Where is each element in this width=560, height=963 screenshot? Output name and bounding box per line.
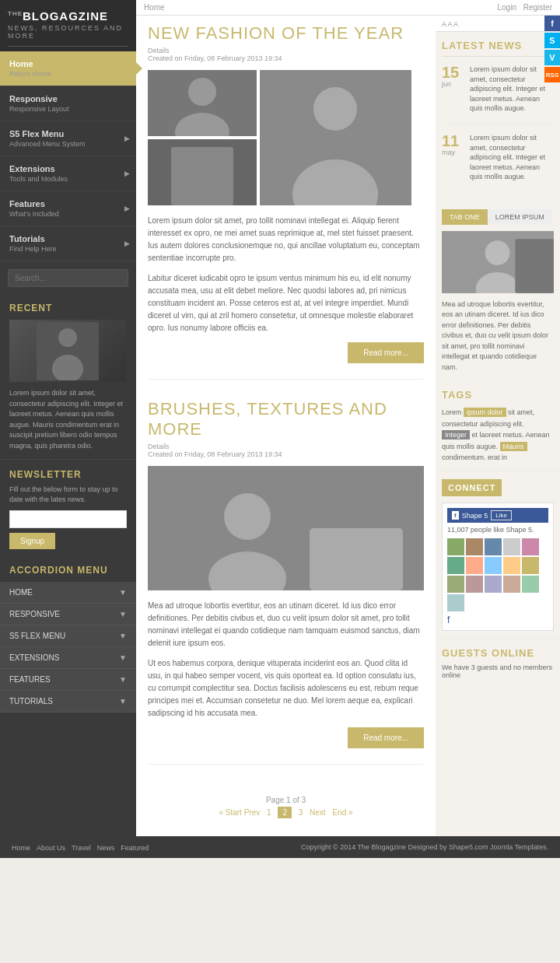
avatar (522, 557, 539, 574)
login-link[interactable]: Login (498, 3, 516, 12)
signup-button[interactable]: Signup (9, 533, 55, 549)
article-img-main (260, 70, 411, 205)
sidebar-nav-item-tutorials[interactable]: TutorialsFind Help Here▶ (0, 226, 136, 261)
avatar (447, 576, 464, 593)
tabs-nav: TAB ONE LOREM IPSUM (442, 209, 554, 225)
sidebar-nav-item-extensions[interactable]: ExtensionsTools and Modules▶ (0, 156, 136, 191)
sidebar-logo: THEBLOGAGZINE NEWS, RESOURCES AND MORE (0, 0, 136, 51)
footer-link-featured[interactable]: Featured (121, 844, 149, 852)
tabs-section: TAB ONE LOREM IPSUM Mea ad utroque lo (436, 209, 560, 381)
avatar (466, 538, 483, 555)
svg-point-16 (485, 240, 510, 265)
newsletter-desc: Fill out the below form to stay up to da… (9, 485, 127, 504)
facebook-icon[interactable]: f (447, 615, 548, 625)
recent-image (9, 320, 126, 382)
tags-title: TAGS (442, 389, 554, 401)
tags-text: Lorem ipsum dolor sit amet, consectetur … (442, 407, 554, 463)
sidebar-nav-item-responsive[interactable]: ResponsiveResponsive Layout (0, 86, 136, 121)
latest-news-section: LATEST NEWS 15 jun Lorem ipsum dolor sit… (436, 32, 560, 209)
pagination-info: Page 1 of 3 (148, 796, 424, 804)
article-meta: Details Created on Friday, 08 February 2… (148, 443, 424, 458)
article-img-1 (148, 70, 257, 136)
footer-link-about-us[interactable]: About Us (37, 844, 65, 852)
svg-point-12 (224, 493, 271, 540)
accordion-item-features[interactable]: FEATURES▼ (0, 669, 136, 691)
sidebar-nav-item-features[interactable]: FeaturesWhat's Included▶ (0, 191, 136, 226)
rss-social-btn[interactable]: RSS (544, 67, 560, 82)
read-more-button-1[interactable]: Read more... (348, 727, 424, 748)
news-item-0: 15 jun Lorem ipsum dolor sit amet, conse… (442, 65, 554, 124)
connect-section: CONNECT f Shape 5 Like 11,007 people lik… (436, 471, 560, 639)
facebook-social-btn[interactable]: f (544, 16, 560, 31)
footer-link-travel[interactable]: Travel (72, 844, 91, 852)
tag-mauris[interactable]: Mauris (500, 442, 527, 451)
accordion-item-s5-flex-menu[interactable]: S5 FLEX MENU▼ (0, 625, 136, 647)
pagination-next[interactable]: Next (310, 808, 326, 817)
pagination: Page 1 of 3 « Start Prev 1 2 3 Next End … (148, 784, 424, 828)
guests-title: GUESTS ONLINE (442, 647, 554, 659)
top-bar: Home Login Register (136, 0, 560, 16)
articles-list: NEW FASHION OF THE YEAR Details Created … (148, 23, 424, 765)
tab-one-button[interactable]: TAB ONE (442, 209, 488, 225)
connect-shape5-bar: f Shape 5 Like (447, 508, 548, 523)
connect-likes: 11,007 people like Shape 5. (447, 526, 548, 534)
svg-rect-18 (515, 239, 554, 293)
avatar (485, 557, 502, 574)
brand-tagline: NEWS, RESOURCES AND MORE (8, 24, 128, 40)
accordion-item-home[interactable]: HOME▼ (0, 582, 136, 604)
tag-ipsum-dolor[interactable]: ipsum dolor (464, 408, 506, 417)
avatar (466, 576, 483, 593)
recent-photo (37, 322, 99, 380)
newsletter-email-input[interactable] (9, 510, 127, 528)
connect-avatars (447, 538, 548, 611)
connect-title: CONNECT (442, 479, 502, 496)
avatar (466, 557, 483, 574)
footer-link-home[interactable]: Home (12, 844, 30, 852)
tab-content: Mea ad utroque lobortis evertitur, eos a… (442, 299, 554, 373)
svg-rect-7 (171, 147, 233, 205)
accordion-section: ACCORDION MENU HOME▼RESPONSIVE▼S5 FLEX M… (0, 559, 136, 719)
tab-image (442, 231, 554, 293)
register-link[interactable]: Register (523, 3, 552, 12)
search-box[interactable] (0, 261, 136, 295)
footer-link-news[interactable]: News (97, 844, 115, 852)
brand-name: THEBLOGAGZINE (8, 9, 128, 23)
article-1: BRUSHES, TEXTURES AND MORE Details Creat… (148, 399, 424, 765)
read-more-button-0[interactable]: Read more... (348, 342, 424, 363)
breadcrumb: Home (144, 3, 165, 12)
skype-social-btn[interactable]: S (544, 33, 560, 48)
accordion-item-extensions[interactable]: EXTENSIONS▼ (0, 647, 136, 669)
newsletter-section: NEWSLETTER Fill out the below form to st… (0, 459, 136, 559)
pagination-page-1[interactable]: 1 (267, 808, 273, 817)
pagination-start[interactable]: « Start Prev (219, 808, 260, 817)
footer-links: HomeAbout UsTravelNewsFeatured (12, 842, 155, 852)
pagination-page-3[interactable]: 3 (299, 808, 305, 817)
vimeo-social-btn[interactable]: V (544, 50, 560, 65)
guests-section: GUESTS ONLINE We have 3 guests and no me… (436, 639, 560, 687)
tags-section: TAGS Lorem ipsum dolor sit amet, consect… (436, 380, 560, 471)
right-sidebar: f S V RSS A A A LATEST NEWS 15 jun Lorem… (436, 16, 560, 836)
search-input[interactable] (8, 269, 128, 287)
sidebar-nav-item-s5-flex-menu[interactable]: S5 Flex MenuAdvanced Menu System▶ (0, 121, 136, 156)
pagination-end[interactable]: End » (332, 808, 352, 817)
auth-links: Login Register (498, 3, 553, 12)
font-size-controls[interactable]: A A A (442, 20, 458, 28)
pagination-page-2[interactable]: 2 (278, 807, 292, 818)
accordion-menu: HOME▼RESPONSIVE▼S5 FLEX MENU▼EXTENSIONS▼… (0, 582, 136, 713)
article-images (148, 466, 424, 590)
tag-integer[interactable]: Integer (442, 430, 470, 439)
svg-point-1 (58, 328, 77, 347)
guests-text: We have 3 guests and no members online (442, 664, 554, 679)
newsletter-title: NEWSLETTER (9, 469, 127, 480)
accordion-item-responsive[interactable]: RESPONSIVE▼ (0, 604, 136, 625)
connect-box: f Shape 5 Like 11,007 people like Shape … (442, 503, 554, 631)
connect-shape5-label: Shape 5 (462, 512, 488, 520)
accordion-item-tutorials[interactable]: TUTORIALS▼ (0, 691, 136, 713)
avatar (447, 557, 464, 574)
article-0: NEW FASHION OF THE YEAR Details Created … (148, 23, 424, 380)
svg-point-9 (313, 87, 357, 131)
recent-text: Lorem ipsum dolor sit amet, consectetur … (9, 388, 127, 451)
avatar (447, 594, 464, 611)
sidebar-nav-item-home[interactable]: HomeReturn Home (0, 51, 136, 86)
tab-lorem-ipsum-button[interactable]: LOREM IPSUM (488, 209, 552, 225)
